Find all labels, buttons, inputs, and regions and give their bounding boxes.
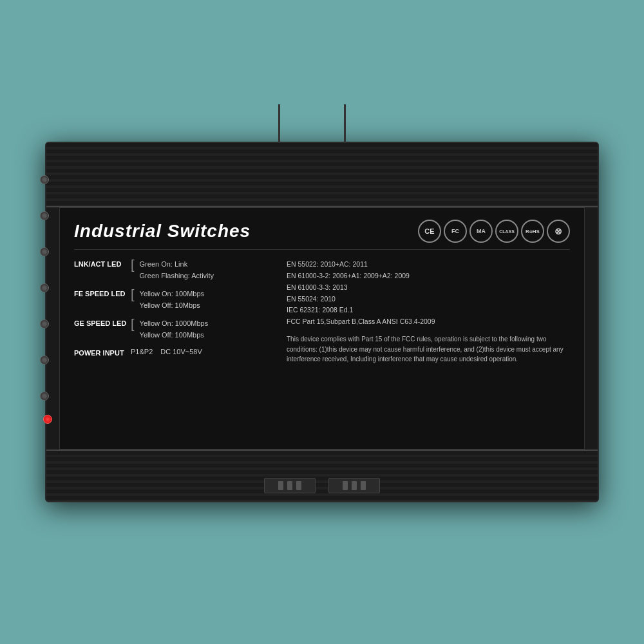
spec-values-lnk: Green On: Link Green Flashing: Activity (140, 259, 214, 281)
standard-3: EN 61000-3-3: 2013 (287, 282, 570, 294)
cable-left (278, 104, 280, 146)
power-voltage: DC 10V~58V (160, 348, 202, 355)
spec-row-ge: GE SPEED LED [ Yellow On: 1000Mbps Yello… (74, 318, 274, 340)
spec-values-fe: Yellow On: 100Mbps Yellow Off: 10Mbps (140, 289, 205, 310)
connectors-bottom (264, 478, 380, 493)
power-row: P1&P2 DC 10V~58V (131, 348, 202, 355)
pin-4 (343, 481, 348, 490)
spec-values-ge: Yellow On: 1000Mbps Yellow Off: 100Mbps (140, 318, 209, 340)
spec-label-fe: FE SPEED LED (74, 289, 131, 298)
standard-2: EN 61000-3-2: 2006+A1: 2009+A2: 2009 (287, 270, 570, 282)
specs-right: EN 55022: 2010+AC: 2011 EN 61000-3-2: 20… (287, 259, 570, 437)
power-port: P1&P2 (131, 348, 153, 355)
spec-ge-val1: Yellow On: 1000Mbps (140, 318, 209, 329)
standard-4: EN 55024: 2010 (287, 294, 570, 305)
screw-6 (40, 355, 49, 365)
spec-row-lnk: LNK/ACT LED [ Green On: Link Green Flash… (74, 259, 274, 281)
standard-5: IEC 62321: 2008 Ed.1 (287, 305, 570, 316)
pin-5 (352, 481, 357, 490)
bracket-ge: [ (131, 317, 135, 331)
ribs-bottom (46, 450, 598, 501)
pin-3 (296, 481, 301, 490)
screw-3 (40, 247, 49, 256)
cert-badges: CE FC MA CLASS RoHS ⊗ (418, 220, 570, 243)
ribs-top (46, 143, 598, 207)
spec-label-ge: GE SPEED LED (74, 318, 131, 327)
screw-2 (40, 211, 49, 220)
red-indicator-led (43, 415, 52, 424)
standard-1: EN 55022: 2010+AC: 2011 (287, 259, 570, 270)
spec-label-lnk: LNK/ACT LED (74, 259, 131, 268)
cert-fcc: FC (444, 220, 467, 243)
cable-right (344, 104, 346, 146)
screw-5 (40, 319, 49, 328)
specs-left: LNK/ACT LED [ Green On: Link Green Flash… (74, 259, 274, 437)
cert-class: CLASS (495, 220, 518, 243)
spec-lnk-val1: Green On: Link (140, 259, 214, 270)
label-body: LNK/ACT LED [ Green On: Link Green Flash… (74, 259, 570, 437)
spec-lnk-val2: Green Flashing: Activity (140, 270, 214, 281)
product-title: Industrial Switches (74, 221, 251, 242)
device-enclosure: Industrial Switches CE FC MA CLASS RoHS … (45, 142, 599, 502)
cert-rohs: RoHS (521, 220, 544, 243)
screw-1 (40, 175, 49, 184)
pin-2 (287, 481, 292, 490)
standards-list: EN 55022: 2010+AC: 2011 EN 61000-3-2: 20… (287, 259, 570, 328)
spec-fe-val2: Yellow Off: 10Mbps (140, 300, 205, 311)
standard-6: FCC Part 15,Subpart B,Class A ANSI C63.4… (287, 316, 570, 328)
side-screws (40, 175, 49, 401)
spec-row-fe: FE SPEED LED [ Yellow On: 100Mbps Yellow… (74, 289, 274, 310)
label-panel: Industrial Switches CE FC MA CLASS RoHS … (59, 207, 585, 450)
cert-ce: CE (418, 220, 441, 243)
compliance-text: This device complies with Part 15 of the… (287, 334, 570, 365)
spec-row-power: POWER INPUT P1&P2 DC 10V~58V (74, 348, 274, 357)
spec-fe-val1: Yellow On: 100Mbps (140, 289, 205, 299)
screw-4 (40, 283, 49, 292)
connector-2 (328, 478, 380, 493)
bracket-fe: [ (131, 287, 135, 301)
cert-ma: MA (469, 220, 493, 243)
pin-1 (278, 481, 283, 490)
bracket-lnk: [ (131, 258, 135, 272)
spec-label-power: POWER INPUT (74, 348, 131, 357)
cert-recycle: ⊗ (547, 220, 570, 243)
screw-7 (40, 392, 49, 401)
connector-1 (264, 478, 316, 493)
spec-ge-val2: Yellow Off: 100Mbps (140, 330, 209, 341)
pin-6 (361, 481, 366, 490)
label-header: Industrial Switches CE FC MA CLASS RoHS … (74, 220, 570, 250)
